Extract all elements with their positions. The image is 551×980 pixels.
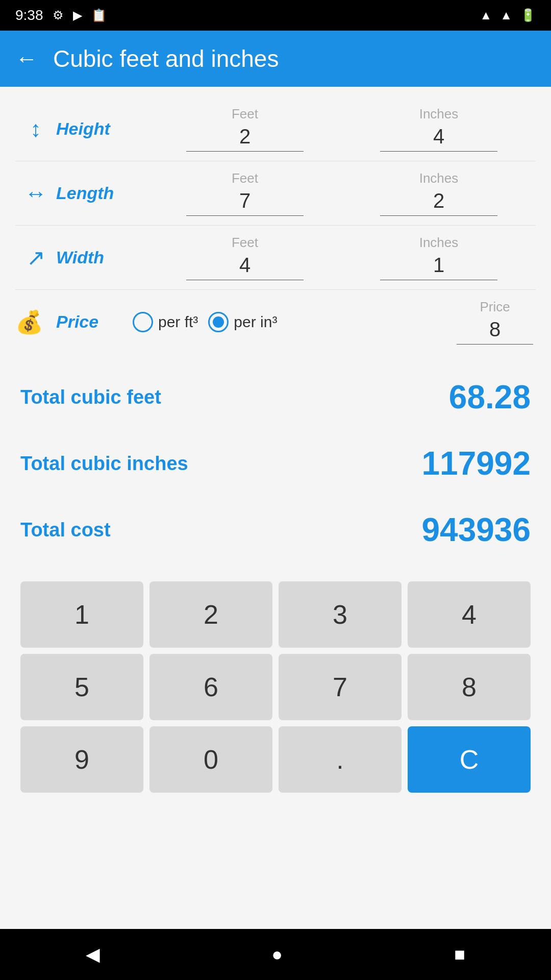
cubic-feet-value: 68.28 <box>449 378 531 416</box>
width-feet-header: Feet <box>186 235 304 251</box>
total-cost-result: Total cost 943936 <box>15 497 536 563</box>
main-content: Height Feet Inches 2 4 Length Feet <box>0 87 551 929</box>
key-3-button[interactable]: 3 <box>279 581 402 648</box>
status-bar: 9:38 ⚙ ▶ 📋 ▲ ▲ 🔋 <box>0 0 551 31</box>
length-icon-wrap <box>15 181 56 206</box>
settings-icon: ⚙ <box>53 8 64 22</box>
price-value[interactable]: 8 <box>489 318 500 340</box>
length-feet-header: Feet <box>186 170 304 186</box>
key-5-button[interactable]: 5 <box>20 654 143 720</box>
length-inches-header: Inches <box>380 170 497 186</box>
price-header: Price <box>480 299 510 315</box>
key-4-button[interactable]: 4 <box>408 581 531 648</box>
width-inches-header: Inches <box>380 235 497 251</box>
width-fields: Feet Inches 4 1 <box>148 235 536 280</box>
height-icon-wrap <box>15 116 56 142</box>
per-ft3-label: per ft³ <box>158 313 198 331</box>
wifi-icon: ▲ <box>480 8 492 22</box>
results-section: Total cubic feet 68.28 Total cubic inche… <box>15 354 536 573</box>
length-label: Length <box>56 183 148 203</box>
signal-icon: ▲ <box>500 8 512 22</box>
cubic-feet-label: Total cubic feet <box>20 386 161 408</box>
key-9-button[interactable]: 9 <box>20 726 143 793</box>
price-icon: 💰 <box>15 309 56 335</box>
key-6-button[interactable]: 6 <box>149 654 272 720</box>
key-8-button[interactable]: 8 <box>408 654 531 720</box>
length-fields: Feet Inches 7 2 <box>148 170 536 216</box>
total-cost-value: 943936 <box>421 511 531 549</box>
key-.-button[interactable]: . <box>279 726 402 793</box>
height-label: Height <box>56 119 148 139</box>
cubic-feet-result: Total cubic feet 68.28 <box>15 364 536 430</box>
length-row: Length Feet Inches 7 2 <box>15 161 536 226</box>
per-ft3-option[interactable]: per ft³ <box>133 312 198 332</box>
height-row: Height Feet Inches 2 4 <box>15 97 536 161</box>
back-button[interactable]: ← <box>15 46 38 71</box>
nav-home-icon[interactable]: ● <box>271 944 283 965</box>
height-fields: Feet Inches 2 4 <box>148 106 536 152</box>
height-arrow-icon <box>30 116 41 142</box>
app-bar: ← Cubic feet and inches <box>0 31 551 87</box>
length-inches-value[interactable]: 2 <box>433 189 444 212</box>
per-ft3-radio[interactable] <box>133 312 153 332</box>
length-arrow-icon <box>24 181 47 206</box>
app-title: Cubic feet and inches <box>53 45 279 72</box>
cubic-inches-value: 117992 <box>421 445 531 482</box>
nav-recent-icon[interactable]: ■ <box>454 944 465 965</box>
nav-bar: ◀ ● ■ <box>0 929 551 980</box>
height-feet-value[interactable]: 2 <box>239 125 251 148</box>
price-row: 💰 Price per ft³ per in³ Price 8 <box>15 290 536 354</box>
key-1-button[interactable]: 1 <box>20 581 143 648</box>
keypad: 1234567890.C <box>15 573 536 801</box>
price-options: per ft³ per in³ <box>133 312 454 332</box>
width-inches-value[interactable]: 1 <box>433 254 444 276</box>
length-feet-value[interactable]: 7 <box>239 189 251 212</box>
cubic-inches-result: Total cubic inches 117992 <box>15 430 536 497</box>
key-7-button[interactable]: 7 <box>279 654 402 720</box>
clipboard-icon: 📋 <box>91 8 107 22</box>
key-0-button[interactable]: 0 <box>149 726 272 793</box>
height-feet-header: Feet <box>186 106 304 122</box>
total-cost-label: Total cost <box>20 519 111 541</box>
height-inches-value[interactable]: 4 <box>433 125 444 148</box>
play-icon: ▶ <box>73 8 82 22</box>
cubic-inches-label: Total cubic inches <box>20 453 188 475</box>
per-in3-option[interactable]: per in³ <box>208 312 277 332</box>
per-in3-radio[interactable] <box>208 312 229 332</box>
nav-back-icon[interactable]: ◀ <box>86 944 100 965</box>
width-label: Width <box>56 248 148 267</box>
battery-icon: 🔋 <box>520 8 536 22</box>
width-arrow-icon <box>27 244 45 271</box>
width-feet-value[interactable]: 4 <box>239 254 251 276</box>
status-time: 9:38 <box>15 7 43 23</box>
price-field-wrap: Price 8 <box>454 299 536 345</box>
clear-button[interactable]: C <box>408 726 531 793</box>
height-inches-header: Inches <box>380 106 497 122</box>
key-2-button[interactable]: 2 <box>149 581 272 648</box>
price-label: Price <box>56 312 133 332</box>
width-icon-wrap <box>15 244 56 271</box>
per-in3-label: per in³ <box>234 313 277 331</box>
width-row: Width Feet Inches 4 1 <box>15 226 536 290</box>
